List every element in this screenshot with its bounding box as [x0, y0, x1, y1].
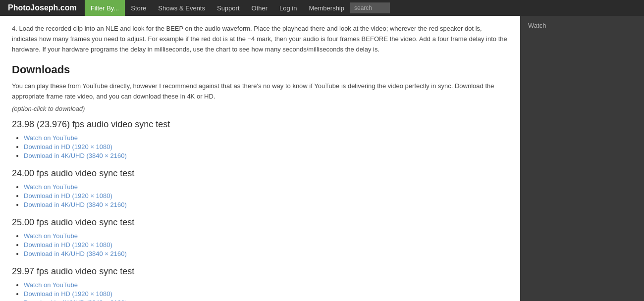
- search-input[interactable]: [350, 2, 390, 13]
- fps-link-item-0-0: Watch on YouTube: [24, 134, 508, 142]
- nav-login[interactable]: Log in: [273, 0, 303, 16]
- fps-link-1-2[interactable]: Download in 4K/UHD (3840 × 2160): [24, 201, 127, 208]
- fps-link-item-3-2: Download in 4K/UHD (3840 × 2160): [24, 299, 508, 301]
- fps-link-item-2-1: Download in HD (1920 × 1080): [24, 241, 508, 249]
- site-header: PhotoJoseph.com Filter By... Store Shows…: [0, 0, 644, 16]
- nav-shows-events[interactable]: Shows & Events: [152, 0, 211, 16]
- fps-title-3: 29.97 fps audio video sync test: [12, 266, 508, 277]
- main-nav: Filter By... Store Shows & Events Suppor…: [85, 0, 644, 16]
- fps-title-2: 25.00 fps audio video sync test: [12, 217, 508, 228]
- fps-link-item-2-2: Download in 4K/UHD (3840 × 2160): [24, 250, 508, 257]
- fps-link-1-0[interactable]: Watch on YouTube: [24, 183, 78, 191]
- sidebar-watch-label: Watch: [520, 16, 644, 35]
- fps-link-item-0-2: Download in 4K/UHD (3840 × 2160): [24, 151, 508, 159]
- nav-support[interactable]: Support: [211, 0, 246, 16]
- fps-links-0: Watch on YouTubeDownload in HD (1920 × 1…: [12, 134, 508, 159]
- fps-sections-container: 23.98 (23.976) fps audio video sync test…: [12, 119, 508, 301]
- fps-section-0: 23.98 (23.976) fps audio video sync test…: [12, 119, 508, 159]
- fps-link-item-3-0: Watch on YouTube: [24, 281, 508, 289]
- fps-link-1-1[interactable]: Download in HD (1920 × 1080): [24, 192, 112, 200]
- fps-section-1: 24.00 fps audio video sync testWatch on …: [12, 168, 508, 208]
- fps-link-item-1-1: Download in HD (1920 × 1080): [24, 192, 508, 200]
- fps-link-2-2[interactable]: Download in 4K/UHD (3840 × 2160): [24, 250, 127, 257]
- fps-link-item-2-0: Watch on YouTube: [24, 232, 508, 240]
- fps-link-0-2[interactable]: Download in 4K/UHD (3840 × 2160): [24, 152, 127, 159]
- downloads-description: You can play these from YouTube directly…: [12, 81, 508, 102]
- nav-filter-by[interactable]: Filter By...: [85, 0, 125, 16]
- fps-link-0-1[interactable]: Download in HD (1920 × 1080): [24, 143, 112, 150]
- fps-link-3-0[interactable]: Watch on YouTube: [24, 281, 78, 289]
- fps-link-item-1-2: Download in 4K/UHD (3840 × 2160): [24, 201, 508, 208]
- fps-link-item-3-1: Download in HD (1920 × 1080): [24, 290, 508, 298]
- nav-membership[interactable]: Membership: [303, 0, 350, 16]
- fps-link-0-0[interactable]: Watch on YouTube: [24, 134, 78, 142]
- fps-link-3-2[interactable]: Download in 4K/UHD (3840 × 2160): [24, 299, 127, 301]
- fps-link-2-0[interactable]: Watch on YouTube: [24, 232, 78, 240]
- site-title: PhotoJoseph.com: [0, 3, 85, 12]
- nav-other[interactable]: Other: [246, 0, 274, 16]
- fps-link-2-1[interactable]: Download in HD (1920 × 1080): [24, 241, 112, 249]
- fps-link-item-0-1: Download in HD (1920 × 1080): [24, 143, 508, 150]
- fps-link-3-1[interactable]: Download in HD (1920 × 1080): [24, 290, 112, 298]
- fps-links-3: Watch on YouTubeDownload in HD (1920 × 1…: [12, 281, 508, 301]
- option-click-note: (option-click to download): [12, 105, 508, 112]
- fps-link-item-1-0: Watch on YouTube: [24, 183, 508, 191]
- fps-title-1: 24.00 fps audio video sync test: [12, 168, 508, 179]
- fps-links-1: Watch on YouTubeDownload in HD (1920 × 1…: [12, 183, 508, 208]
- fps-section-3: 29.97 fps audio video sync testWatch on …: [12, 266, 508, 301]
- downloads-heading: Downloads: [12, 63, 508, 76]
- right-sidebar: Watch: [520, 16, 644, 301]
- main-content: 4. Load the recorded clip into an NLE an…: [0, 16, 520, 301]
- fps-title-0: 23.98 (23.976) fps audio video sync test: [12, 119, 508, 130]
- intro-paragraph: 4. Load the recorded clip into an NLE an…: [12, 24, 508, 54]
- fps-links-2: Watch on YouTubeDownload in HD (1920 × 1…: [12, 232, 508, 257]
- page-wrapper: 4. Load the recorded clip into an NLE an…: [0, 16, 644, 301]
- fps-section-2: 25.00 fps audio video sync testWatch on …: [12, 217, 508, 257]
- nav-store[interactable]: Store: [125, 0, 152, 16]
